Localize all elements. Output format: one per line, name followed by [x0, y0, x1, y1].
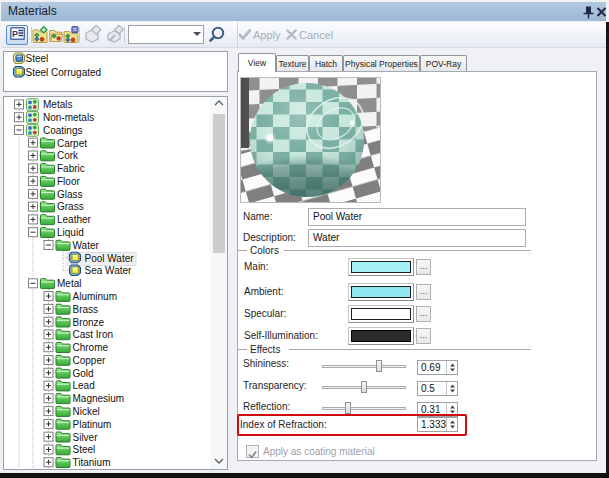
svg-text:Pool Water: Pool Water — [85, 253, 135, 264]
svg-text:Titanium: Titanium — [73, 457, 111, 468]
svg-text:Gold: Gold — [73, 368, 94, 379]
svg-text:Steel: Steel — [73, 444, 96, 455]
svg-text:Cork: Cork — [57, 150, 79, 161]
svg-text:Water: Water — [73, 240, 100, 251]
svg-text:Floor: Floor — [57, 176, 80, 187]
svg-text:Grass: Grass — [57, 201, 84, 212]
svg-text:Lead: Lead — [73, 380, 95, 391]
svg-text:Steel Corrugated: Steel Corrugated — [26, 67, 102, 78]
svg-text:Copper: Copper — [73, 355, 106, 366]
svg-text:Metal: Metal — [57, 278, 81, 289]
svg-text:Sea Water: Sea Water — [85, 265, 133, 276]
svg-text:Nickel: Nickel — [73, 406, 100, 417]
svg-text:Coatings: Coatings — [43, 125, 82, 136]
svg-text:Cast Iron: Cast Iron — [73, 329, 114, 340]
svg-text:Bronze: Bronze — [73, 317, 105, 328]
svg-text:Magnesium: Magnesium — [73, 393, 125, 404]
svg-text:Brass: Brass — [73, 304, 99, 315]
svg-text:Carpet: Carpet — [57, 138, 87, 149]
svg-text:Steel: Steel — [26, 53, 49, 64]
svg-text:Liquid: Liquid — [57, 227, 84, 238]
svg-text:Platinum: Platinum — [73, 419, 112, 430]
svg-text:Chrome: Chrome — [73, 342, 109, 353]
svg-text:P: P — [12, 29, 18, 39]
svg-text:Aluminum: Aluminum — [73, 291, 117, 302]
svg-text:Glass: Glass — [57, 189, 83, 200]
svg-text:Fabric: Fabric — [57, 163, 85, 174]
svg-text:Leather: Leather — [57, 214, 92, 225]
svg-text:Silver: Silver — [73, 432, 99, 443]
svg-text:Metals: Metals — [43, 99, 72, 110]
svg-text:Non-metals: Non-metals — [43, 112, 94, 123]
